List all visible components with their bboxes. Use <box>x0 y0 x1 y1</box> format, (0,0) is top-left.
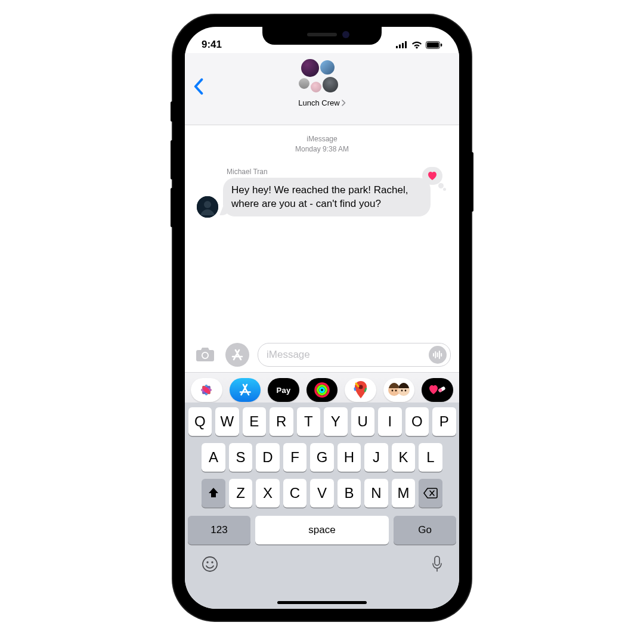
sender-avatar[interactable] <box>197 196 218 218</box>
keyboard-row-3: Z X C V B N M <box>188 479 456 507</box>
chevron-left-icon <box>193 78 203 95</box>
svg-rect-1 <box>399 45 401 49</box>
key-numbers[interactable]: 123 <box>188 516 250 544</box>
app-memoji[interactable] <box>383 378 415 402</box>
audio-message-button[interactable] <box>429 346 447 364</box>
cellular-icon <box>396 41 408 48</box>
back-button[interactable] <box>193 78 203 97</box>
key-d[interactable]: D <box>256 443 280 472</box>
message-text: Hey hey! We reached the park! Rachel, wh… <box>231 184 408 209</box>
svg-point-26 <box>320 388 324 392</box>
key-u[interactable]: U <box>351 407 375 436</box>
app-fitness[interactable] <box>306 378 338 402</box>
key-l[interactable]: L <box>419 443 442 472</box>
key-k[interactable]: K <box>392 443 416 472</box>
key-space[interactable]: space <box>255 516 389 544</box>
status-time: 9:41 <box>202 39 222 51</box>
heart-pill-icon <box>429 384 447 396</box>
message-bubble[interactable]: Hey hey! We reached the park! Rachel, wh… <box>223 178 431 217</box>
key-backspace[interactable] <box>419 479 442 507</box>
key-v[interactable]: V <box>310 479 334 507</box>
svg-rect-5 <box>427 42 439 48</box>
keyboard-row-2: A S D F G H J K L <box>188 443 456 472</box>
message-thread[interactable]: iMessage Monday 9:38 AM Michael Tran Hey… <box>185 125 459 335</box>
notch <box>262 27 382 45</box>
key-r[interactable]: R <box>270 407 293 436</box>
avatar <box>319 59 336 76</box>
key-y[interactable]: Y <box>324 407 348 436</box>
svg-rect-39 <box>435 556 439 565</box>
svg-point-36 <box>203 557 217 571</box>
key-i[interactable]: I <box>378 407 402 436</box>
heart-reaction[interactable] <box>422 167 442 185</box>
home-indicator[interactable] <box>277 601 367 604</box>
backspace-icon <box>423 487 438 499</box>
thread-timestamp: iMessage Monday 9:38 AM <box>185 134 459 154</box>
shift-icon <box>207 487 220 500</box>
app-apple-pay[interactable]: Pay <box>268 378 299 402</box>
key-c[interactable]: C <box>283 479 307 507</box>
avatar <box>300 58 320 78</box>
emoji-icon <box>201 555 219 573</box>
maps-pin-icon <box>354 381 368 399</box>
group-name-button[interactable]: Lunch Crew <box>185 98 459 107</box>
camera-button[interactable] <box>193 343 217 367</box>
key-q[interactable]: Q <box>188 407 212 436</box>
key-n[interactable]: N <box>364 479 388 507</box>
apple-pay-label: Pay <box>276 386 290 395</box>
message-input[interactable]: iMessage <box>258 343 451 367</box>
bubble-tail <box>219 206 230 215</box>
key-b[interactable]: B <box>338 479 361 507</box>
key-x[interactable]: X <box>256 479 280 507</box>
key-shift[interactable] <box>202 479 225 507</box>
svg-point-31 <box>395 390 397 392</box>
avatar <box>321 76 339 94</box>
group-avatar-cluster[interactable] <box>295 58 349 97</box>
key-j[interactable]: J <box>364 443 388 472</box>
svg-point-33 <box>405 390 407 392</box>
key-g[interactable]: G <box>310 443 334 472</box>
incoming-message[interactable]: Michael Tran Hey hey! We reached the par… <box>193 168 459 217</box>
app-health[interactable] <box>422 378 453 402</box>
key-e[interactable]: E <box>243 407 267 436</box>
app-drawer-button[interactable] <box>225 343 249 367</box>
keyboard-row-1: Q W E R T Y U I O P <box>188 407 456 436</box>
heart-icon <box>427 171 438 181</box>
key-w[interactable]: W <box>215 407 239 436</box>
waveform-icon <box>432 351 443 359</box>
wifi-icon <box>411 41 422 49</box>
svg-point-27 <box>358 385 363 389</box>
avatar-placeholder-icon <box>197 196 218 218</box>
app-appstore[interactable] <box>230 378 261 402</box>
key-t[interactable]: T <box>297 407 321 436</box>
power-button <box>470 152 473 212</box>
emoji-button[interactable] <box>201 555 219 575</box>
app-maps[interactable] <box>345 378 376 402</box>
key-f[interactable]: F <box>283 443 307 472</box>
appstore-icon <box>237 382 253 398</box>
svg-point-10 <box>203 353 208 358</box>
key-m[interactable]: M <box>392 479 416 507</box>
app-photos[interactable] <box>191 378 222 402</box>
key-s[interactable]: S <box>229 443 253 472</box>
key-a[interactable]: A <box>202 443 225 472</box>
compose-bar: iMessage <box>185 338 459 371</box>
svg-rect-3 <box>405 41 407 48</box>
svg-rect-2 <box>402 43 404 48</box>
svg-point-30 <box>392 390 394 392</box>
dictation-button[interactable] <box>431 555 443 575</box>
input-placeholder: iMessage <box>267 349 310 361</box>
key-p[interactable]: P <box>432 407 456 436</box>
memoji-icon <box>387 381 411 399</box>
volume-up <box>171 140 174 179</box>
key-go[interactable]: Go <box>394 516 456 544</box>
key-o[interactable]: O <box>405 407 429 436</box>
svg-point-37 <box>206 561 208 563</box>
key-z[interactable]: Z <box>229 479 253 507</box>
avatar <box>309 80 323 94</box>
service-label: iMessage <box>185 134 459 144</box>
svg-rect-6 <box>441 44 442 47</box>
group-name-label: Lunch Crew <box>298 98 339 107</box>
screen: 9:41 Lunch Crew <box>185 27 459 609</box>
key-h[interactable]: H <box>338 443 361 472</box>
